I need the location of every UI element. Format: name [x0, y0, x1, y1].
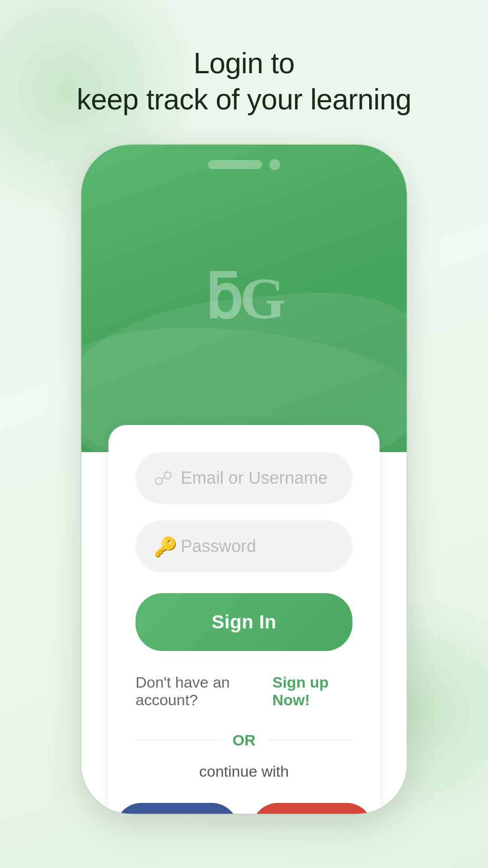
phone-notch	[208, 159, 280, 170]
login-form-card: ☍ 🔑 Sign In Don't have an account? Sign …	[108, 425, 380, 814]
or-divider: OR	[136, 731, 352, 749]
notch-pill	[208, 160, 262, 169]
signup-link[interactable]: Sign up Now!	[272, 674, 352, 709]
social-buttons-row: f Facebook G+ Google	[136, 803, 352, 814]
facebook-button[interactable]: f Facebook	[115, 803, 238, 814]
logo-text: ƃG	[205, 269, 283, 328]
notch-camera	[269, 159, 280, 170]
left-divider-line	[136, 740, 222, 741]
password-input-group: 🔑	[136, 520, 352, 572]
continue-with-text: continue with	[136, 763, 352, 780]
google-button[interactable]: G+ Google	[252, 803, 373, 814]
right-divider-line	[267, 740, 353, 741]
phone-green-section: ƃG	[81, 145, 407, 452]
app-logo: ƃG	[205, 269, 283, 328]
no-account-text: Don't have an account?	[136, 674, 267, 709]
sign-in-button[interactable]: Sign In	[136, 593, 352, 651]
phone-white-section: ☍ 🔑 Sign In Don't have an account? Sign …	[81, 452, 407, 814]
phone-mockup: ƃG ☍ 🔑 Sign In Don't hav	[81, 145, 407, 814]
email-input-group: ☍	[136, 452, 352, 504]
lock-icon: 🔑	[154, 535, 177, 557]
signup-row: Don't have an account? Sign up Now!	[136, 674, 352, 709]
user-icon: ☍	[154, 467, 173, 489]
page-title: Login to keep track of your learning	[77, 45, 412, 118]
or-text: OR	[233, 731, 256, 749]
